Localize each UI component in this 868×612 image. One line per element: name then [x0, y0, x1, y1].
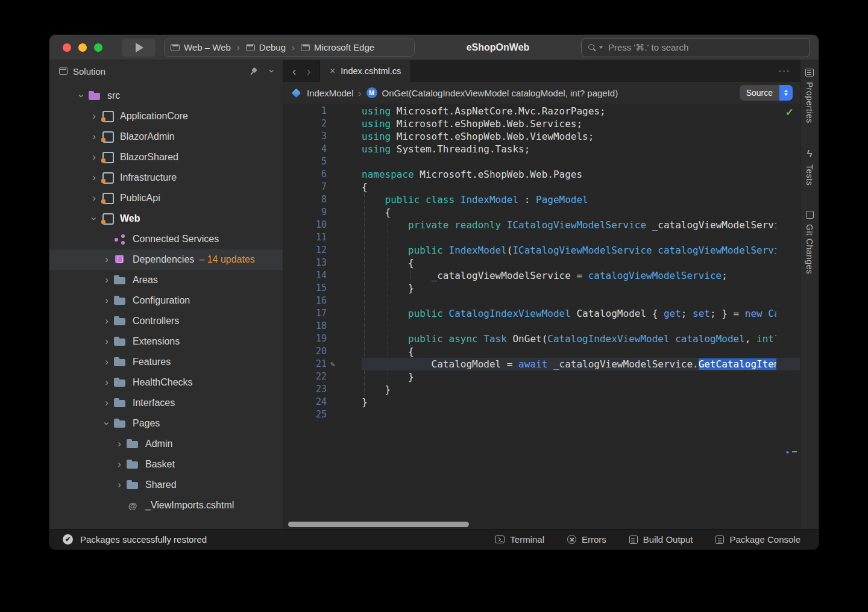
expander-icon[interactable]	[89, 192, 99, 204]
project-icon	[101, 131, 114, 143]
target-segment-debug[interactable]: Debug	[246, 42, 286, 52]
code-line-1[interactable]: 1using Microsoft.AspNetCore.Mvc.RazorPag…	[283, 105, 800, 117]
tree-item-healthchecks[interactable]: HealthChecks	[49, 372, 283, 393]
expander-icon[interactable]	[114, 438, 125, 450]
tree-item-controllers[interactable]: Controllers	[49, 311, 283, 331]
tree-item-extensions[interactable]: Extensions	[49, 331, 283, 352]
dock-tab-properties[interactable]: Properties	[805, 69, 814, 123]
code-editor[interactable]: 1using Microsoft.AspNetCore.Mvc.RazorPag…	[283, 104, 800, 520]
code-line-20[interactable]: 20 {	[283, 345, 800, 358]
expander-icon[interactable]	[101, 254, 112, 266]
minimize-window-button[interactable]	[78, 43, 87, 52]
tree-item-src[interactable]: src	[49, 86, 283, 106]
expander-icon[interactable]	[101, 417, 112, 429]
expander-icon[interactable]	[101, 356, 112, 368]
expander-icon[interactable]	[101, 315, 112, 327]
dock-tab-tests[interactable]: Tests	[805, 149, 814, 186]
code-line-18[interactable]: 18	[283, 320, 800, 333]
code-line-17[interactable]: 17 public CatalogIndexViewModel CatalogM…	[283, 307, 800, 320]
tree-item-label: _ViewImports.cshtml	[145, 500, 234, 511]
code-line-12[interactable]: 12 public IndexModel(ICatalogViewModelSe…	[283, 244, 800, 257]
code-line-11[interactable]: 11	[283, 231, 800, 244]
tree-item-interfaces[interactable]: Interfaces	[49, 393, 283, 413]
breadcrumb-class[interactable]: IndexModel	[307, 88, 354, 98]
code-line-3[interactable]: 3using Microsoft.eShopWeb.Web.ViewModels…	[283, 130, 800, 143]
expander-icon[interactable]	[101, 397, 112, 409]
run-configuration-breadcrumb[interactable]: Web – WebDebugMicrosoft Edge	[164, 39, 415, 57]
statusbar-panel-build-output[interactable]: Build Output	[629, 534, 693, 545]
tree-item-features[interactable]: Features	[49, 352, 283, 372]
expander-icon[interactable]	[89, 151, 99, 163]
tree-item-web[interactable]: Web	[49, 208, 283, 229]
expander-icon[interactable]	[89, 110, 99, 122]
close-tab-icon[interactable]	[330, 66, 335, 76]
expander-icon[interactable]	[89, 172, 99, 184]
tree-item-configuration[interactable]: Configuration	[49, 290, 283, 311]
tree-item-areas[interactable]: Areas	[49, 270, 283, 290]
expander-icon[interactable]	[89, 213, 99, 225]
code-line-9[interactable]: 9 {	[283, 206, 800, 219]
expander-icon[interactable]	[101, 274, 112, 286]
global-search-field[interactable]: Press '⌘.' to search	[581, 38, 810, 57]
code-line-14[interactable]: 14 _catalogViewModelService = catalogVie…	[283, 269, 800, 282]
target-segment-web-web[interactable]: Web – Web	[171, 42, 231, 52]
code-line-13[interactable]: 13 {	[283, 257, 800, 269]
expander-icon[interactable]	[114, 479, 125, 491]
code-line-8[interactable]: 8 public class IndexModel : PageModel	[283, 193, 800, 206]
errors-icon	[567, 535, 576, 544]
close-window-button[interactable]	[63, 43, 71, 52]
code-line-25[interactable]: 25	[283, 408, 800, 421]
tree-item-admin[interactable]: Admin	[49, 434, 283, 454]
expander-icon[interactable]	[101, 295, 112, 307]
dock-tab-git-changes[interactable]: Git Changes	[805, 211, 814, 274]
tree-item-viewimports-cshtml[interactable]: _ViewImports.cshtml	[49, 495, 283, 516]
code-line-10[interactable]: 10 private readonly ICatalogViewModelSer…	[283, 219, 800, 231]
horizontal-scrollbar[interactable]	[283, 520, 800, 529]
code-line-24[interactable]: 24}	[283, 396, 800, 408]
expander-icon[interactable]	[76, 90, 87, 102]
statusbar-panel-errors[interactable]: Errors	[567, 534, 606, 545]
line-number: 16	[283, 295, 327, 307]
code-line-6[interactable]: 6namespace Microsoft.eShopWeb.Web.Pages	[283, 168, 800, 181]
code-line-21[interactable]: 21 CatalogModel = await _catalogViewMode…	[283, 358, 800, 370]
pin-icon[interactable]	[247, 65, 259, 77]
tree-item-infrastructure[interactable]: Infrastructure	[49, 167, 283, 188]
target-segment-microsoft-edge[interactable]: Microsoft Edge	[301, 42, 374, 52]
code-line-5[interactable]: 5	[283, 155, 800, 168]
code-line-2[interactable]: 2using Microsoft.eShopWeb.Web.Services;	[283, 117, 800, 130]
chevron-down-icon[interactable]	[270, 66, 273, 76]
more-tabs-button[interactable]	[769, 65, 800, 77]
project-icon	[101, 151, 114, 163]
statusbar-panel-terminal[interactable]: Terminal	[495, 534, 544, 545]
breadcrumb-member[interactable]: OnGet(CatalogIndexViewModel catalogModel…	[382, 88, 618, 98]
tab-index-cshtml-cs[interactable]: Index.cshtml.cs	[319, 60, 411, 82]
code-line-16[interactable]: 16	[283, 295, 800, 307]
code-line-22[interactable]: 22 }	[283, 370, 800, 383]
code-line-15[interactable]: 15 }	[283, 282, 800, 295]
zoom-window-button[interactable]	[94, 43, 102, 52]
run-button[interactable]	[122, 39, 156, 57]
code-line-7[interactable]: 7{	[283, 181, 800, 193]
view-selector[interactable]: Source	[740, 85, 793, 101]
scrollbar-thumb[interactable]	[288, 522, 469, 527]
tree-item-basket[interactable]: Basket	[49, 454, 283, 475]
tree-item-shared[interactable]: Shared	[49, 475, 283, 495]
expander-icon[interactable]	[89, 131, 99, 143]
statusbar-panel-package-console[interactable]: Package Console	[715, 534, 800, 545]
tree-item-dependencies[interactable]: Dependencies– 14 updates	[49, 249, 283, 270]
code-line-4[interactable]: 4using System.Threading.Tasks;	[283, 143, 800, 155]
tree-item-blazorshared[interactable]: BlazorShared	[49, 147, 283, 167]
tree-item-publicapi[interactable]: PublicApi	[49, 188, 283, 208]
tree-item-applicationcore[interactable]: ApplicationCore	[49, 106, 283, 126]
tree-item-blazoradmin[interactable]: BlazorAdmin	[49, 126, 283, 147]
code-line-19[interactable]: 19 public async Task OnGet(CatalogIndexV…	[283, 333, 800, 345]
expander-icon[interactable]	[101, 336, 112, 348]
tree-item-pages[interactable]: Pages	[49, 413, 283, 434]
expander-icon[interactable]	[114, 458, 125, 470]
expander-icon[interactable]	[101, 376, 112, 389]
tree-item-connected-services[interactable]: Connected Services	[49, 229, 283, 249]
navigate-forward-button[interactable]	[303, 65, 315, 77]
dash-icon	[792, 451, 797, 452]
code-line-23[interactable]: 23 }	[283, 383, 800, 396]
navigate-back-button[interactable]	[288, 65, 300, 77]
